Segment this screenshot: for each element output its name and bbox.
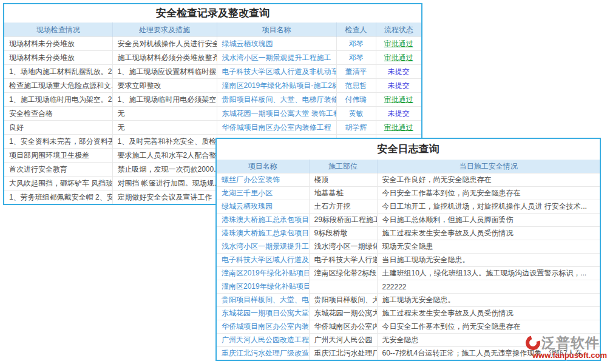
project-name-link[interactable]: 贵阳项目样板间、大堂、电梯厅装修工程 [217,294,309,307]
col-header-daily-safety: 当日施工安全情况 [377,160,600,174]
safety-log-title: 安全日志查询 [217,139,600,160]
status-badge[interactable]: 审批通过 [376,121,421,135]
measures-cell: 施工现场材料必须分类堆放整齐... [112,51,217,65]
daily-safety-cell: 安全工作良好，尚无安全隐患存在 [377,174,600,187]
measures-cell: 无 [112,121,217,135]
project-name-link[interactable]: 贵阳项目样板间、大堂、电梯厅装修工程 [217,93,336,107]
daily-safety-cell: 土建班组10人，绿化班组13人。施工现场沟边设置警示标识，... [377,267,600,280]
daily-safety-cell: 今日安全工作基本到位，尚无安全隐患存在 [377,320,600,334]
construction-part-cell: 贵阳项目样板间、大堂、... [309,294,377,307]
construction-part-cell: 土石方开挖 [309,200,377,214]
site-check-cell: 现场材料未分类堆放 [4,51,112,65]
table-row: 检查施工现场重大危险点源和文... 要求立即整改 潼南区2019年绿化补贴项目-… [4,79,421,93]
table-row: 现场材料未分类堆放 施工现场材料必须分类堆放整齐... 浅水湾小区一期景观提升工… [4,51,421,65]
vendor-watermark: 泛普软件 www.fanpusoft.com [526,333,607,360]
project-name-link[interactable]: 绿城云栖玫瑰园 [217,200,309,214]
daily-safety-cell: 施工过程未发生安全事故及人员受伤情况 [377,227,600,240]
construction-part-cell: 电子科技大学人行道及非... [309,254,377,267]
project-name-link[interactable]: 电子科技大学区域人行道及非机动车道工程 [217,254,309,267]
project-name-link[interactable]: 东城花园一期项目公寓大堂 装饰工程 [217,307,309,320]
table-row: 贵阳项目样板间、大堂、电梯厅装修工程 贵阳项目样板间、大堂、... 施工现场无安… [217,294,600,307]
status-badge[interactable]: 审批通过 [376,51,421,65]
measures-cell: 1、施工现场临时用电必须架空... [112,93,217,107]
table-row: 螺丝厂办公室装饰 楼顶 安全工作良好，尚无安全隐患存在 [217,174,600,187]
col-header-flow-status: 流程状态 [376,23,421,37]
construction-part-cell: 楼顶 [309,174,377,187]
project-name-link[interactable]: 广州天河人民公园改造工程 [217,334,309,347]
safety-log-header: 项目名称 施工部位 当日施工安全情况 [217,160,600,174]
daily-safety-cell: 222222 [377,280,600,294]
project-name-link[interactable]: 龙湖三千里小区 [217,187,309,200]
safety-inspection-header: 现场检查情况 处理要求及措施 项目名称 检查人 流程状态 [4,23,421,37]
daily-safety-cell: 现场无安全隐患 [377,240,600,254]
construction-part-cell: 广州天河人民公园 [309,334,377,347]
measures-cell: 对围挡 帐篷进行加固。现场规... [112,177,217,190]
project-name-link[interactable]: 重庆江北污水处理厂级改造工程-道路修复 [217,347,309,360]
daily-safety-cell: 今日工地开工，旋挖机进场，对旋挖机操作人员进 行安全技术... [377,200,600,214]
construction-part-cell: 地基基桩 [309,187,377,200]
fanpu-logo-icon [523,333,543,352]
site-check-cell: 项目部周围环境卫生极差 [4,149,112,163]
project-name-link[interactable]: 华侨城项目南区办公室内装修工程 [217,320,309,334]
inspector-link[interactable]: 邓琴 [336,37,376,51]
table-row: 绿城云栖玫瑰园 土石方开挖 今日工地开工，旋挖机进场，对旋挖机操作人员进 行安全… [217,200,600,214]
project-name-link[interactable]: 潼南区2019年绿化补贴项目-施工2标段 [217,280,309,294]
project-name-link[interactable]: 浅水湾小区一期景观提升工程施工 [217,240,309,254]
measures-cell: 要求施工人员和水车2人配合整... [112,149,217,163]
table-row: 华侨城项目南区办公室内装修工程 华侨城南区办公室内 今日安全工作基本到位，尚无安… [217,320,600,334]
project-name-link[interactable]: 东城花园一期项目公寓大堂 装饰工程 [217,107,336,121]
inspector-link[interactable]: 黄敏 [336,107,376,121]
watermark-url: www.fanpusoft.com [526,351,607,360]
inspector-link[interactable]: 董清平 [336,65,376,79]
inspector-link[interactable]: 邓琴 [336,51,376,65]
safety-inspection-title: 安全检查记录及整改查询 [4,4,421,22]
daily-safety-cell: 今日安全工作基本到位，尚无安全隐患存在 [377,187,600,200]
col-header-construction-part: 施工部位 [309,160,377,174]
construction-part-cell: 东城花园一期公寓大堂 [309,307,377,320]
site-check-cell: 1、劳务班组都佩戴安全帽 2、安... [4,190,112,204]
inspector-link[interactable]: 付伟璐 [336,93,376,107]
project-name-link[interactable]: 潼南区2019年绿化补贴项目-施工2标段 [217,79,336,93]
table-row: 港珠澳大桥施工总承包项目 9标段桥墩 施工过程未发生安全事故及人员受伤情况 [217,227,600,240]
table-row: 1、施工现场临时用电为架空。2... 1、施工现场临时用电必须架空... 贵阳项… [4,93,421,107]
status-badge[interactable]: 未提交 [376,65,421,79]
daily-safety-cell: 当日施工现场无安全隐患。 [377,254,600,267]
table-row: 安全检查合格 无 东城花园一期项目公寓大堂 装饰工程 黄敏 未提交 [4,107,421,121]
col-header-site-check: 现场检查情况 [4,23,112,37]
table-row: 港珠澳大桥施工总承包项目 29标段桥面工程施工 今日施工总体顺利，但施工人员脚面… [217,214,600,227]
project-name-link[interactable]: 螺丝厂办公室装饰 [217,174,309,187]
construction-part-cell: 9标段桥墩 [309,227,377,240]
construction-part-cell: 29标段桥面工程施工 [309,214,377,227]
measures-cell: 要求立即整改 [112,79,217,93]
table-row: 潼南区2019年绿化补贴项目-施工2标段 222222 [217,280,600,294]
project-name-link[interactable]: 港珠澳大桥施工总承包项目 [217,214,309,227]
site-check-cell: 1、施工现场临时用电为架空。2... [4,93,112,107]
table-row: 东城花园一期项目公寓大堂 装饰工程 东城花园一期公寓大堂 施工过程未发生安全事故… [217,307,600,320]
measures-cell: 无 [112,107,217,121]
table-row: 良好 无 华侨城项目南区办公室内装修工程 胡学辉 审批通过 [4,121,421,135]
inspector-link[interactable]: 范思哲 [336,79,376,93]
measures-cell: 1、及时完善和补充安全、质检... [112,135,217,149]
status-badge[interactable]: 未提交 [376,79,421,93]
inspector-link[interactable]: 胡学辉 [336,121,376,135]
col-header-measures: 处理要求及措施 [112,23,217,37]
project-name-link[interactable]: 电子科技大学区域人行道及非机动车道工程 [217,65,336,79]
col-header-inspector: 检查人 [336,23,376,37]
project-name-link[interactable]: 华侨城项目南区办公室内装修工程 [217,121,336,135]
daily-safety-cell: 施工过程未发生安全事故及人员受伤情况 [377,307,600,320]
measures-cell: 禁止吸烟，发现一次罚款2000... [112,163,217,177]
project-name-link[interactable]: 绿城云栖玫瑰园 [217,37,336,51]
project-name-link[interactable]: 港珠澳大桥施工总承包项目 [217,227,309,240]
status-badge[interactable]: 未提交 [376,107,421,121]
project-name-link[interactable]: 潼南区2019年绿化补贴项目-施工2标段 [217,267,309,280]
status-badge[interactable]: 审批通过 [376,37,421,51]
daily-safety-cell: 今日施工总体顺利，但施工人员脚面烫伤 [377,214,600,227]
col-header-project-name: 项目名称 [217,23,336,37]
project-name-link[interactable]: 浅水湾小区一期景观提升工程施工 [217,51,336,65]
site-check-cell: 检查施工现场重大危险点源和文... [4,79,112,93]
status-badge[interactable]: 审批通过 [376,93,421,107]
construction-part-cell: 浅水湾小区一期绿化地 [309,240,377,254]
site-check-cell: 安全检查合格 [4,107,112,121]
watermark-brand: 泛普软件 [541,334,600,352]
col-header-project-name: 项目名称 [217,160,309,174]
